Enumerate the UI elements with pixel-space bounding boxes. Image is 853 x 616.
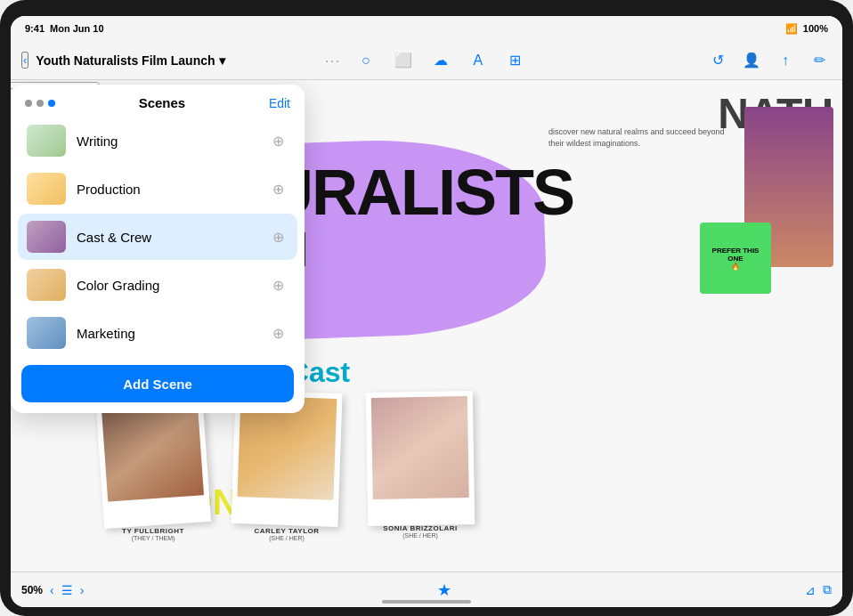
dot-3[interactable] (48, 100, 55, 107)
add-card-button[interactable]: ⬜ (391, 48, 416, 73)
top-right-description: discover new natural realms and succeed … (548, 126, 727, 149)
time-display: 9:41 (25, 23, 45, 34)
list-view-button[interactable]: ☰ (61, 583, 73, 597)
add-scene-button[interactable]: Add Scene (21, 365, 294, 402)
sticky-note-emoji: 🔥 (731, 263, 740, 271)
add-text-button[interactable]: A (466, 48, 491, 73)
dot-1 (25, 100, 32, 107)
scenes-edit-button[interactable]: Edit (269, 96, 290, 110)
status-left: 9:41 Mon Jun 10 (25, 23, 104, 34)
undo-button[interactable]: ↺ (705, 48, 730, 73)
scenes-panel: Scenes Edit Writing ⊕ Produc (11, 85, 305, 413)
scene-thumb-writing (27, 125, 66, 157)
toolbar-right: ↺ 👤 ↑ ✏ (535, 48, 832, 73)
scene-item-writing[interactable]: Writing ⊕ (18, 118, 297, 164)
back-icon: ‹ (23, 53, 27, 67)
sticky-note-prefer: PREFER THIS ONE 🔥 (700, 223, 771, 294)
toolbar-left: ‹ Youth Naturalists Film Launch ▾ (21, 52, 318, 69)
project-title[interactable]: Youth Naturalists Film Launch ▾ (36, 53, 224, 68)
scene-name-color-grading: Color Grading (77, 278, 256, 293)
star-button[interactable]: ★ (437, 580, 451, 600)
scenes-panel-title: Scenes (55, 95, 269, 110)
project-title-text: Youth Naturalists Film Launch (36, 53, 215, 68)
scene-more-cast[interactable]: ⊕ (267, 226, 288, 247)
back-button[interactable]: ‹ (21, 52, 28, 69)
scene-thumb-marketing (27, 317, 66, 349)
add-shape-button[interactable]: ○ (353, 48, 378, 73)
toolbar: ‹ Youth Naturalists Film Launch ▾ ··· ○ … (11, 41, 842, 80)
scene-item-color-grading[interactable]: Color Grading ⊕ (18, 262, 297, 308)
date-display: Mon Jun 10 (50, 23, 104, 34)
collaborators-button[interactable]: 👤 (739, 48, 764, 73)
scene-thumb-production (27, 173, 66, 205)
scene-more-writing[interactable]: ⊕ (267, 130, 288, 151)
toolbar-center: ··· ○ ⬜ ☁ A ⊞ (325, 48, 528, 73)
scene-more-marketing[interactable]: ⊕ (267, 322, 288, 344)
cast-photos-section: Jayden TY FULLBRIGHT (THEY / THEM) Dana … (100, 392, 474, 541)
dot-2 (37, 100, 44, 107)
scene-name-writing: Writing (77, 134, 256, 149)
add-media-button[interactable]: ☁ (428, 48, 453, 73)
scenes-header: Scenes Edit (11, 85, 305, 118)
bottom-toolbar-center: ★ (437, 580, 451, 600)
edit-button[interactable]: ✏ (807, 48, 832, 73)
cast-photo-item: Dana CARLEY TAYLOR (SHE / HER) (233, 392, 340, 541)
scene-thumb-color (27, 269, 66, 301)
home-indicator (382, 600, 471, 604)
canvas-content: YOUTH NA✻URALISTS FILM Aileen Zeigen dis… (11, 80, 842, 571)
dropdown-chevron-icon: ▾ (219, 53, 225, 68)
prev-button[interactable]: ‹ (50, 583, 54, 597)
cast-photo-item: Sithina SONIA BRIZZOLARI (SHE / HER) (367, 392, 474, 541)
scenes-drag-dots (25, 100, 55, 107)
status-right: 📶 100% (785, 23, 828, 35)
next-button[interactable]: › (80, 583, 85, 597)
scene-item-cast-crew[interactable]: Cast & Crew ⊕ (18, 214, 297, 260)
scene-more-color[interactable]: ⊕ (267, 274, 288, 296)
bottom-toolbar-right: ⊿ ⧉ (805, 582, 832, 597)
photo-image-3 (371, 396, 469, 499)
bottom-toolbar-left: 50% ‹ ☰ › (21, 583, 84, 597)
ipad-screen: 9:41 Mon Jun 10 📶 100% ‹ Youth Naturalis… (11, 16, 842, 607)
zoom-level: 50% (21, 584, 43, 596)
scene-item-marketing[interactable]: Marketing ⊕ (18, 310, 297, 356)
scene-thumb-cast (27, 221, 66, 253)
battery-display: 100% (803, 23, 828, 34)
toolbar-more-dots: ··· (325, 53, 341, 68)
sticky-note-text: PREFER THIS ONE (705, 247, 766, 263)
cast-pronoun-1: (THEY / THEM) (132, 535, 175, 541)
scene-name-cast-crew: Cast & Crew (77, 230, 256, 245)
scene-name-production: Production (77, 182, 256, 197)
cast-print-name-2: CARLEY TAYLOR (254, 527, 319, 535)
cast-print-name-1: TY FULLBRIGHT (122, 527, 184, 535)
status-bar: 9:41 Mon Jun 10 📶 100% (11, 16, 842, 41)
add-image-button[interactable]: ⊞ (503, 48, 528, 73)
cast-pronoun-2: (SHE / HER) (269, 535, 305, 541)
cast-pronoun-3: (SHE / HER) (402, 532, 438, 539)
share-tree-button[interactable]: ⊿ (805, 583, 816, 597)
wifi-icon: 📶 (785, 23, 798, 35)
scene-name-marketing: Marketing (77, 326, 256, 341)
ipad-frame: 9:41 Mon Jun 10 📶 100% ‹ Youth Naturalis… (0, 0, 853, 616)
main-canvas[interactable]: YOUTH NA✻URALISTS FILM Aileen Zeigen dis… (11, 80, 842, 571)
scenes-list: Writing ⊕ Production ⊕ Cast & Crew (11, 118, 305, 356)
scene-item-production[interactable]: Production ⊕ (18, 166, 297, 212)
cast-photo-item: Jayden TY FULLBRIGHT (THEY / THEM) (100, 392, 207, 541)
share-button[interactable]: ↑ (773, 48, 798, 73)
scene-more-production[interactable]: ⊕ (267, 178, 288, 199)
photo-frame-3 (366, 391, 475, 526)
view-mode-button[interactable]: ⧉ (823, 582, 832, 597)
